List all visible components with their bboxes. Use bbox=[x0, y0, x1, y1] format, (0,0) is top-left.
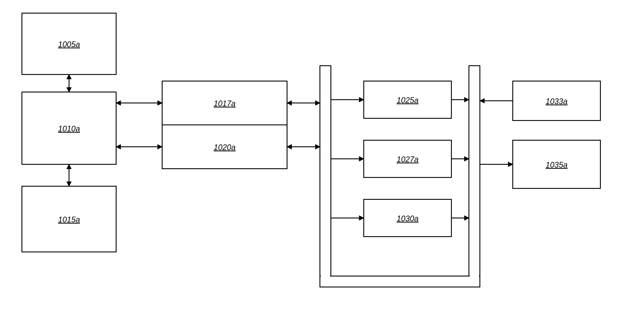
label-1020a: 1020a bbox=[214, 143, 236, 152]
label-1010a: 1010a bbox=[58, 124, 80, 133]
label-1033a: 1033a bbox=[546, 97, 568, 106]
svg-rect-1 bbox=[470, 275, 479, 277]
label-1005a: 1005a bbox=[58, 40, 80, 49]
label-1017a: 1017a bbox=[214, 99, 236, 108]
bus-left-rail bbox=[320, 66, 331, 276]
svg-rect-0 bbox=[321, 275, 330, 277]
label-1030a: 1030a bbox=[396, 214, 418, 223]
bus-right-rail bbox=[469, 66, 480, 276]
bus-bottom-rail bbox=[320, 276, 480, 287]
label-1035a: 1035a bbox=[546, 160, 568, 169]
label-1015a: 1015a bbox=[58, 215, 80, 224]
label-1025a: 1025a bbox=[396, 96, 418, 105]
block-diagram: 1005a 1010a 1015a 1017a 1020a 1025a 1027… bbox=[0, 0, 644, 310]
label-1027a: 1027a bbox=[396, 155, 418, 164]
